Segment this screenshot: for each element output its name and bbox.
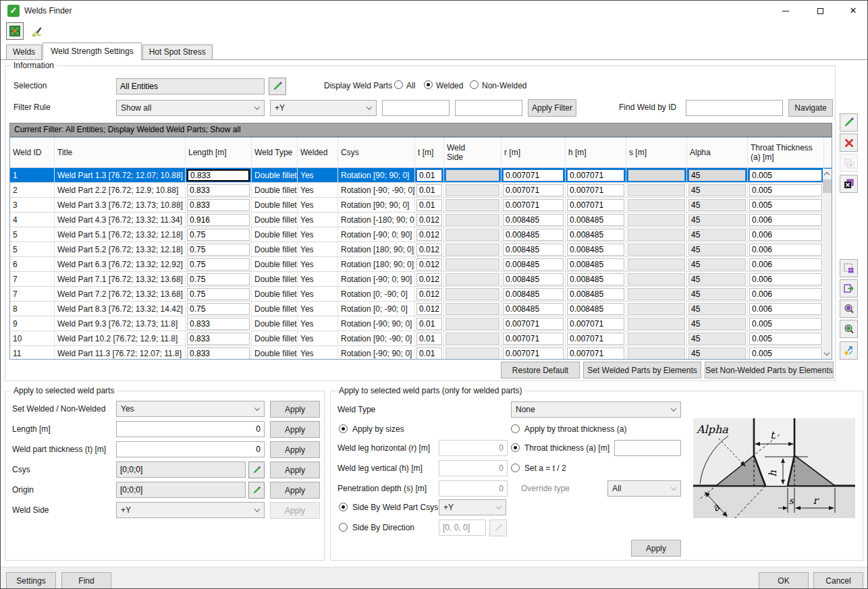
csys-field[interactable] (116, 461, 246, 478)
cell-editor-h[interactable]: 0.007071 (567, 169, 624, 181)
cell-editor-s[interactable] (628, 214, 685, 226)
column-header[interactable]: Csys (338, 138, 415, 167)
cell-editor-alpha[interactable]: 45 (688, 199, 746, 211)
add-row-button[interactable] (840, 154, 858, 172)
apply-csys-button[interactable]: Apply (270, 461, 320, 478)
cell-editor-h[interactable]: 0.008485 (567, 288, 624, 300)
cell-editor-r[interactable]: 0.008485 (503, 214, 564, 226)
cell-editor-s[interactable] (628, 318, 685, 330)
side-by-csys-radio[interactable] (339, 503, 348, 511)
column-header[interactable]: Throat Thickness (a) [m] (748, 138, 824, 167)
cell-editor-length[interactable]: 0.833 (187, 347, 250, 360)
cell-editor-r[interactable]: 0.007071 (503, 318, 564, 330)
side-by-direction-field[interactable] (439, 520, 486, 536)
cancel-button[interactable]: Cancel (813, 572, 863, 589)
cell-editor-t[interactable]: 0.012 (416, 288, 442, 300)
cell-editor-r[interactable]: 0.007071 (503, 199, 564, 211)
cell-editor-throat[interactable]: 0.006 (749, 273, 822, 285)
override-type-combo[interactable]: All (607, 480, 681, 497)
display-all-radio[interactable] (394, 80, 403, 89)
cell-editor-throat[interactable]: 0.006 (749, 288, 822, 300)
delete-row-button[interactable] (840, 134, 858, 152)
origin-edit-button[interactable] (248, 482, 265, 499)
cell-editor-weld_side[interactable] (445, 347, 499, 360)
cell-editor-alpha[interactable]: 45 (688, 244, 746, 256)
side-by-csys-combo[interactable]: +Y (439, 499, 506, 515)
table-row[interactable]: 5Weld Part 5.2 [76.72; 13.32; 12.18]0.75… (10, 242, 832, 257)
cell-editor-alpha[interactable]: 45 (688, 258, 746, 271)
cell-editor-alpha[interactable]: 45 (688, 288, 746, 300)
cell-editor-h[interactable]: 0.008485 (567, 214, 624, 226)
filter-value-2-field[interactable] (455, 100, 522, 116)
cell-editor-throat[interactable]: 0.005 (749, 184, 822, 196)
cell-editor-h[interactable]: 0.008485 (567, 229, 624, 241)
cell-editor-alpha[interactable]: 45 (688, 214, 746, 226)
cell-editor-alpha[interactable]: 45 (688, 318, 746, 330)
cell-editor-length[interactable]: 0.833 (187, 333, 250, 345)
display-welded-radio[interactable] (424, 80, 433, 89)
column-header[interactable]: Weld ID (10, 138, 55, 167)
scroll-down-icon[interactable] (824, 350, 830, 356)
apply-filter-button[interactable]: Apply Filter (528, 99, 576, 117)
cell-editor-h[interactable]: 0.008485 (567, 258, 624, 271)
column-header[interactable]: Length [m] (186, 138, 252, 167)
selection-field[interactable] (116, 78, 265, 94)
cell-editor-weld_side[interactable] (445, 303, 499, 315)
cell-editor-throat[interactable]: 0.006 (749, 214, 822, 226)
cell-editor-weld_side[interactable] (445, 333, 499, 345)
weld-side-combo[interactable]: +Y (116, 502, 265, 518)
filter-direction-combo[interactable]: +Y (270, 100, 377, 116)
restore-default-button[interactable]: Restore Default (501, 362, 580, 378)
cell-editor-h[interactable]: 0.007071 (567, 347, 624, 360)
column-header[interactable]: Title (55, 138, 186, 167)
edit-row-button[interactable] (840, 113, 858, 132)
table-row[interactable]: 8Weld Part 8.3 [76.72; 13.32; 14.42]0.75… (10, 302, 832, 316)
filter-rule-combo[interactable]: Show all (116, 100, 265, 116)
zoom-all-button[interactable] (840, 320, 858, 338)
cell-editor-length[interactable]: 0.833 (187, 318, 250, 330)
thickness-field[interactable] (116, 441, 265, 457)
cell-editor-length[interactable]: 0.916 (187, 214, 250, 226)
leg-horizontal-field[interactable] (439, 440, 508, 456)
cell-editor-weld_side[interactable] (445, 288, 499, 300)
cell-editor-s[interactable] (628, 199, 685, 211)
apply-welded-button[interactable]: Apply (270, 401, 320, 418)
zoom-selected-button[interactable] (840, 300, 858, 318)
table-row[interactable]: 5Weld Part 5.1 [76.72; 13.32; 12.18]0.75… (10, 227, 832, 242)
cell-editor-weld_side[interactable] (445, 318, 499, 330)
table-row[interactable]: 3Weld Part 3.3 [76.72; 13.73; 10.88]0.83… (10, 198, 832, 213)
cell-editor-length[interactable]: 0.833 (187, 169, 250, 181)
cell-editor-t[interactable]: 0.01 (416, 318, 442, 330)
table-row[interactable]: 10Weld Part 10.2 [76.72; 12.9; 11.8]0.83… (10, 331, 832, 346)
cell-editor-t[interactable]: 0.012 (416, 229, 442, 241)
table-scrollbar[interactable] (823, 169, 832, 359)
cell-editor-t[interactable]: 0.01 (416, 184, 442, 196)
column-header[interactable]: h [m] (566, 138, 626, 167)
cell-editor-length[interactable]: 0.75 (187, 244, 250, 256)
cell-editor-throat[interactable]: 0.005 (749, 199, 822, 211)
apply-side-button[interactable]: Apply (270, 502, 320, 519)
cell-editor-t[interactable]: 0.012 (416, 258, 442, 271)
cell-editor-t[interactable]: 0.012 (416, 273, 442, 285)
cell-editor-s[interactable] (628, 169, 685, 181)
column-header[interactable]: Weld Type (252, 138, 298, 167)
cell-editor-t[interactable]: 0.01 (416, 347, 442, 360)
direction-edit-button[interactable] (489, 520, 507, 536)
cell-editor-throat[interactable]: 0.006 (749, 258, 822, 271)
apply-by-throat-radio[interactable] (511, 424, 520, 433)
table-row[interactable]: 1Weld Part 1.3 [76.72; 12.07; 10.88]0.83… (10, 168, 832, 183)
cell-editor-s[interactable] (628, 229, 685, 241)
cell-editor-r[interactable]: 0.008485 (503, 273, 564, 285)
cell-editor-s[interactable] (628, 258, 685, 271)
cell-editor-throat[interactable]: 0.006 (749, 244, 822, 256)
cell-editor-length[interactable]: 0.75 (187, 258, 250, 271)
cell-editor-alpha[interactable]: 45 (688, 169, 746, 181)
cell-editor-s[interactable] (628, 184, 685, 196)
cell-editor-h[interactable]: 0.008485 (567, 244, 624, 256)
penetration-field[interactable] (439, 480, 508, 497)
refresh-view-button[interactable] (840, 341, 858, 360)
apply-welded-settings-button[interactable]: Apply (631, 540, 681, 557)
cell-editor-weld_side[interactable] (445, 169, 499, 181)
cell-editor-r[interactable]: 0.007071 (503, 169, 564, 181)
cell-editor-alpha[interactable]: 45 (688, 347, 746, 360)
